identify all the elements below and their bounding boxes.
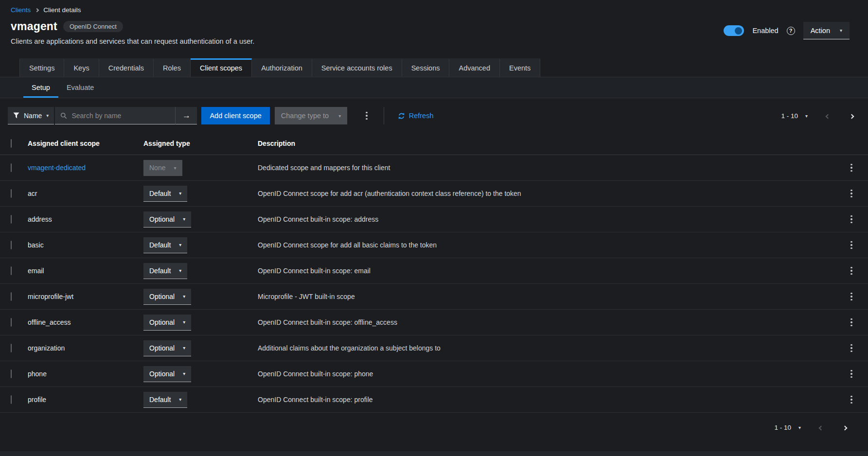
assigned-type-select[interactable]: Optional▾ <box>143 289 191 305</box>
breadcrumb-separator-icon <box>35 8 39 12</box>
row-checkbox[interactable] <box>11 318 12 327</box>
row-kebab-menu[interactable] <box>850 190 852 198</box>
subtab-setup[interactable]: Setup <box>23 77 58 98</box>
page-title: vmagent <box>11 20 57 33</box>
breadcrumb-current: Client details <box>43 6 81 14</box>
tab-advanced[interactable]: Advanced <box>449 58 500 77</box>
row-kebab-menu[interactable] <box>850 164 852 172</box>
subtab-evaluate[interactable]: Evaluate <box>58 77 102 98</box>
header-assigned-client-scope: Assigned client scope <box>28 140 143 147</box>
assigned-type-select[interactable]: Optional▾ <box>143 211 191 228</box>
table-row: phoneOptional▾OpenID Connect built-in sc… <box>0 361 868 387</box>
pagination-prev-button[interactable] <box>826 112 830 120</box>
action-dropdown[interactable]: Action ▾ <box>803 22 850 39</box>
tab-credentials[interactable]: Credentials <box>99 58 154 77</box>
assigned-type-value: Optional <box>149 318 175 326</box>
add-client-scope-button[interactable]: Add client scope <box>201 107 269 124</box>
search-icon <box>60 112 67 119</box>
header-description: Description <box>258 140 835 147</box>
scope-description: OpenID Connect built-in scope: phone <box>258 370 835 378</box>
bottom-edge-strip <box>0 451 868 456</box>
chevron-down-icon: ▾ <box>338 113 341 119</box>
row-checkbox[interactable] <box>11 163 12 172</box>
assigned-type-select[interactable]: Default▾ <box>143 263 187 279</box>
row-kebab-menu[interactable] <box>850 396 852 404</box>
row-kebab-menu[interactable] <box>850 293 852 301</box>
assigned-type-select: None▾ <box>143 160 182 176</box>
client-tabs: SettingsKeysCredentialsRolesClient scope… <box>0 58 868 77</box>
row-kebab-menu[interactable] <box>850 370 852 378</box>
enabled-toggle[interactable] <box>724 25 744 36</box>
assigned-type-value: Default <box>149 241 171 249</box>
table-row: offline_accessOptional▾OpenID Connect bu… <box>0 310 868 335</box>
refresh-button[interactable]: Refresh <box>398 112 434 120</box>
pagination-range: 1 - 10 <box>774 424 791 431</box>
protocol-badge: OpenID Connect <box>63 21 123 32</box>
search-placeholder: Search by name <box>71 112 121 120</box>
table-row: emailDefault▾OpenID Connect built-in sco… <box>0 258 868 284</box>
row-kebab-menu[interactable] <box>850 318 852 327</box>
change-type-dropdown[interactable]: Change type to ▾ <box>275 107 347 124</box>
search-input[interactable]: Search by name <box>55 107 175 124</box>
assigned-type-select[interactable]: Default▾ <box>143 237 187 253</box>
pagination-prev-button[interactable] <box>819 423 823 431</box>
row-checkbox[interactable] <box>11 292 12 301</box>
pagination-next-button[interactable] <box>850 112 853 120</box>
scope-name: email <box>28 267 44 275</box>
row-checkbox[interactable] <box>11 189 12 198</box>
tab-authorization[interactable]: Authorization <box>252 58 312 77</box>
row-checkbox[interactable] <box>11 215 12 224</box>
tab-keys[interactable]: Keys <box>64 58 99 77</box>
assigned-type-select[interactable]: Default▾ <box>143 186 187 202</box>
assigned-type-value: None <box>149 164 165 172</box>
tab-client-scopes[interactable]: Client scopes <box>191 58 252 77</box>
assigned-type-value: Optional <box>149 293 175 300</box>
page-subtitle: Clients are applications and services th… <box>11 37 254 45</box>
assigned-type-select[interactable]: Optional▾ <box>143 366 191 382</box>
pagination-options-toggle[interactable]: ▾ <box>805 113 808 119</box>
assigned-type-value: Optional <box>149 344 175 352</box>
pagination-options-toggle[interactable]: ▾ <box>798 425 801 430</box>
row-checkbox[interactable] <box>11 266 12 275</box>
scope-name: phone <box>28 370 47 378</box>
row-checkbox[interactable] <box>11 395 12 404</box>
assigned-type-select[interactable]: Optional▾ <box>143 315 191 331</box>
row-kebab-menu[interactable] <box>850 215 852 224</box>
header-assigned-type: Assigned type <box>143 140 258 147</box>
row-checkbox[interactable] <box>11 241 12 249</box>
scope-description: OpenID Connect built-in scope: profile <box>258 396 835 403</box>
assigned-type-select[interactable]: Optional▾ <box>143 340 191 356</box>
tab-sessions[interactable]: Sessions <box>402 58 450 77</box>
tab-settings[interactable]: Settings <box>19 58 64 77</box>
tab-service-accounts-roles[interactable]: Service accounts roles <box>312 58 402 77</box>
scope-name: acr <box>28 190 37 197</box>
toggle-knob <box>735 27 742 35</box>
toolbar-divider <box>384 107 384 124</box>
row-kebab-menu[interactable] <box>850 344 852 352</box>
refresh-label: Refresh <box>409 112 434 120</box>
breadcrumb: Clients Client details <box>0 0 868 14</box>
row-checkbox[interactable] <box>11 369 12 378</box>
table-row: acrDefault▾OpenID Connect scope for add … <box>0 181 868 207</box>
chevron-down-icon: ▾ <box>179 397 181 402</box>
pagination-next-button[interactable] <box>843 423 847 431</box>
action-dropdown-label: Action <box>811 27 830 35</box>
assigned-type-value: Default <box>149 267 171 275</box>
help-icon[interactable]: ? <box>787 27 795 35</box>
select-all-checkbox[interactable] <box>11 139 12 148</box>
assigned-type-select[interactable]: Default▾ <box>143 392 187 408</box>
search-submit-button[interactable]: → <box>175 107 197 124</box>
tab-events[interactable]: Events <box>500 58 540 77</box>
tab-roles[interactable]: Roles <box>154 58 191 77</box>
toolbar-kebab-menu[interactable] <box>362 112 372 120</box>
table-row: vmagent-dedicatedNone▾Dedicated scope an… <box>0 155 868 181</box>
row-checkbox[interactable] <box>11 344 12 352</box>
chevron-down-icon: ▾ <box>179 268 181 273</box>
row-kebab-menu[interactable] <box>850 267 852 275</box>
breadcrumb-clients-link[interactable]: Clients <box>11 6 31 14</box>
scope-name: basic <box>28 241 44 249</box>
filter-dropdown[interactable]: Name ▾ <box>8 107 54 124</box>
scope-name-link[interactable]: vmagent-dedicated <box>28 164 86 172</box>
table-row: basicDefault▾OpenID Connect scope for ad… <box>0 232 868 258</box>
row-kebab-menu[interactable] <box>850 241 852 249</box>
